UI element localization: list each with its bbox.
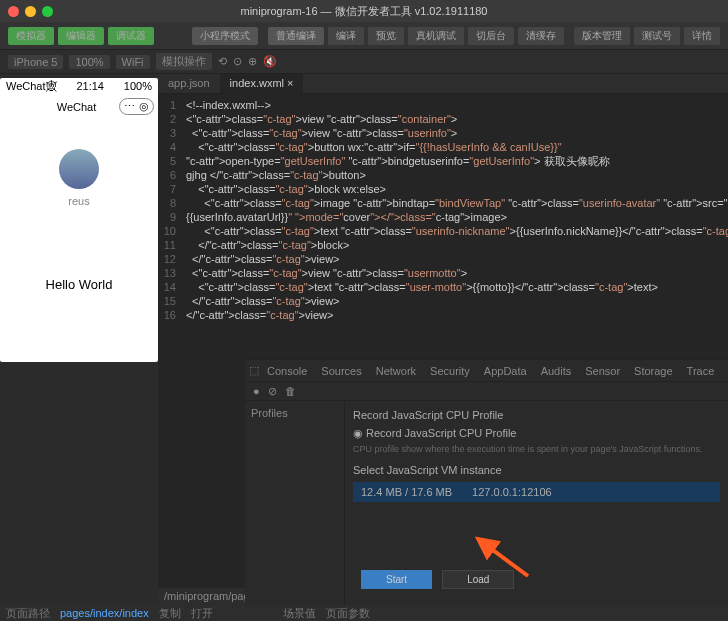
phone-header: WeChat ⋯ ◎ xyxy=(0,94,158,119)
remote-debug-button[interactable]: 真机调试 xyxy=(408,27,464,45)
battery-label: 100% xyxy=(124,80,152,92)
page-title: WeChat xyxy=(34,101,119,113)
close-icon[interactable] xyxy=(8,6,19,17)
window-controls xyxy=(8,6,53,17)
vm-heading: Select JavaScript VM instance xyxy=(353,464,720,476)
network-select[interactable]: WiFi xyxy=(116,55,150,69)
rotate-icon[interactable]: ⟲ xyxy=(218,55,227,68)
zoom-select[interactable]: 100% xyxy=(69,55,109,69)
avatar[interactable] xyxy=(59,149,99,189)
compile-select[interactable]: 普通编译 xyxy=(268,27,324,45)
footer-bar: 页面路径 pages/index/index 复制 打开 场景值 页面参数 xyxy=(0,605,728,621)
time-label: 21:14 xyxy=(76,80,104,92)
editor-tab[interactable]: index.wxml × xyxy=(220,74,304,93)
version-button[interactable]: 版本管理 xyxy=(574,27,630,45)
main-toolbar: 模拟器 编辑器 调试器 小程序模式 普通编译 编译 预览 真机调试 切后台 清缓… xyxy=(0,22,728,50)
window-title: miniprogram-16 — 微信开发者工具 v1.02.1911180 xyxy=(241,4,488,19)
mode-select[interactable]: 小程序模式 xyxy=(192,27,258,45)
vm-instance-row[interactable]: 12.4 MB / 17.6 MB 127.0.0.1:12106 xyxy=(353,482,720,502)
start-button[interactable]: Start xyxy=(361,570,432,589)
line-gutter: 12345678910111213141516 xyxy=(158,94,182,588)
sim-op-select[interactable]: 模拟操作 xyxy=(156,53,212,70)
nickname-label: reus xyxy=(0,195,158,207)
profiler-toolbar: ● ⊘ 🗑 xyxy=(245,382,728,401)
devtools-tab[interactable]: Storage xyxy=(628,363,679,379)
devtools-tab[interactable]: Sources xyxy=(315,363,367,379)
editor-tabs: app.jsonindex.wxml × xyxy=(158,74,728,94)
back-icon[interactable]: ⊙ xyxy=(233,55,242,68)
delete-icon[interactable]: 🗑 xyxy=(285,385,296,397)
debugger-button[interactable]: 调试器 xyxy=(108,27,154,45)
devtools-tabs: ⬚ConsoleSourcesNetworkSecurityAppDataAud… xyxy=(245,360,728,382)
open-link[interactable]: 打开 xyxy=(191,606,213,621)
profiler-buttons: Start Load xyxy=(353,562,720,597)
profiles-label[interactable]: Profiles xyxy=(251,407,338,419)
hello-text: Hello World xyxy=(0,277,158,292)
devtools-tab[interactable]: Console xyxy=(261,363,313,379)
profile-type-radio[interactable]: ◉ Record JavaScript CPU Profile xyxy=(353,427,720,440)
editor-tab[interactable]: app.json xyxy=(158,74,220,93)
devtools-tab[interactable]: Security xyxy=(424,363,476,379)
close-capsule-icon[interactable]: ◎ xyxy=(139,100,149,113)
vm-memory: 12.4 MB / 17.6 MB xyxy=(361,486,452,498)
load-button[interactable]: Load xyxy=(442,570,514,589)
simulator-button[interactable]: 模拟器 xyxy=(8,27,54,45)
clear-cache-button[interactable]: 清缓存 xyxy=(518,27,564,45)
devtools-body: Profiles Record JavaScript CPU Profile ◉… xyxy=(245,401,728,605)
devtools-tab[interactable]: Trace xyxy=(681,363,721,379)
devtools-tab[interactable]: Wxml xyxy=(722,363,728,379)
editor-button[interactable]: 编辑器 xyxy=(58,27,104,45)
vm-address: 127.0.0.1:12106 xyxy=(472,486,552,498)
carrier-label: WeChat🕸 xyxy=(6,80,57,92)
devtools-tab[interactable]: Sensor xyxy=(579,363,626,379)
zoom-icon[interactable] xyxy=(42,6,53,17)
capsule: ⋯ ◎ xyxy=(119,98,154,115)
minimize-icon[interactable] xyxy=(25,6,36,17)
current-path[interactable]: pages/index/index xyxy=(60,607,149,619)
profiler-main: Record JavaScript CPU Profile ◉ Record J… xyxy=(345,401,728,605)
clear-icon[interactable]: ⊘ xyxy=(268,385,277,398)
profiler-sidebar: Profiles xyxy=(245,401,345,605)
titlebar: miniprogram-16 — 微信开发者工具 v1.02.1911180 xyxy=(0,0,728,22)
devtools-panel: ⬚ConsoleSourcesNetworkSecurityAppDataAud… xyxy=(245,359,728,605)
simulator-panel: WeChat🕸 21:14 100% WeChat ⋯ ◎ reus Hello… xyxy=(0,74,158,604)
scene-label: 场景值 xyxy=(283,606,316,621)
simulator-subbar: iPhone 5 100% WiFi 模拟操作 ⟲ ⊙ ⊕ 🔇 xyxy=(0,50,728,74)
record-icon[interactable]: ● xyxy=(253,385,260,397)
menu-icon[interactable]: ⋯ xyxy=(124,100,135,113)
phone-frame: WeChat🕸 21:14 100% WeChat ⋯ ◎ reus Hello… xyxy=(0,78,158,362)
copy-link[interactable]: 复制 xyxy=(159,606,181,621)
param-label: 页面参数 xyxy=(326,606,370,621)
path-label: 页面路径 xyxy=(6,606,50,621)
expand-icon[interactable]: ⊕ xyxy=(248,55,257,68)
build-button[interactable]: 编译 xyxy=(328,27,364,45)
test-button[interactable]: 测试号 xyxy=(634,27,680,45)
devtools-tab[interactable]: AppData xyxy=(478,363,533,379)
devtools-tab[interactable]: Network xyxy=(370,363,422,379)
device-select[interactable]: iPhone 5 xyxy=(8,55,63,69)
detail-button[interactable]: 详情 xyxy=(684,27,720,45)
profiler-heading: Record JavaScript CPU Profile xyxy=(353,409,720,421)
preview-button[interactable]: 预览 xyxy=(368,27,404,45)
inspect-icon[interactable]: ⬚ xyxy=(249,364,259,377)
background-button[interactable]: 切后台 xyxy=(468,27,514,45)
phone-statusbar: WeChat🕸 21:14 100% xyxy=(0,78,158,94)
profiler-hint: CPU profile show where the execution tim… xyxy=(353,444,720,454)
devtools-tab[interactable]: Audits xyxy=(535,363,578,379)
mute-icon[interactable]: 🔇 xyxy=(263,55,277,68)
